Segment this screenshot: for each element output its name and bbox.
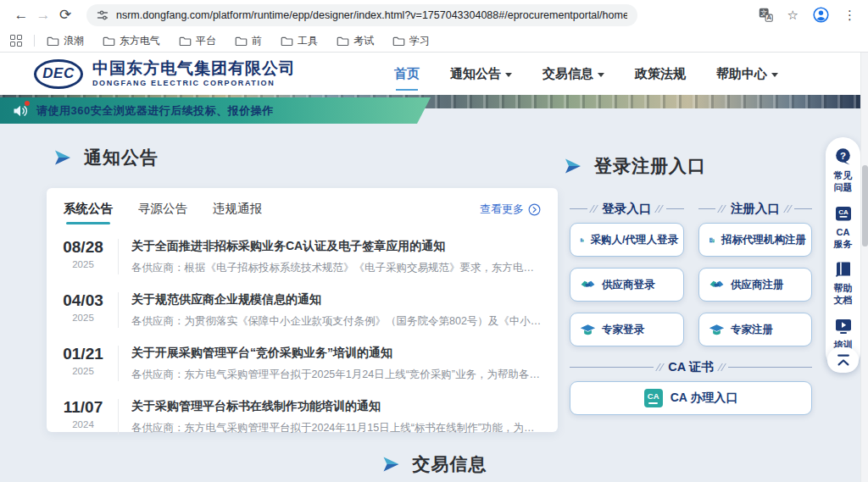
- nav-label: 首页: [394, 66, 420, 82]
- decorative-slashes: [720, 205, 724, 213]
- bidding-agency-register-button[interactable]: 招标代理机构注册: [698, 223, 812, 257]
- button-label: 招标代理机构注册: [721, 233, 806, 247]
- notice-title[interactable]: 关于规范供应商企业规模信息的通知: [131, 292, 542, 307]
- notice-item[interactable]: 04/03 2025 关于规范供应商企业规模信息的通知 各供应商：为贯彻落实《保…: [53, 283, 542, 336]
- bookmark-label: 浪潮: [64, 34, 84, 48]
- bookmark-folder[interactable]: 浪潮: [47, 34, 84, 48]
- folder-icon: [179, 36, 192, 47]
- profile-avatar-icon[interactable]: [813, 7, 829, 23]
- nav-item-policies[interactable]: 政策法规: [635, 61, 686, 87]
- expert-login-button[interactable]: 专家登录: [570, 313, 684, 346]
- notice-date-year: 2025: [53, 366, 113, 376]
- nav-item-help-center[interactable]: 帮助中心: [716, 61, 778, 87]
- tune-icon[interactable]: [97, 9, 108, 21]
- company-name-cn: 中国东方电气集团有限公司: [92, 60, 296, 78]
- view-more-link[interactable]: 查看更多: [480, 202, 541, 224]
- decorative-slashes: [720, 363, 724, 371]
- nav-label: 交易信息: [542, 66, 593, 82]
- page-scrollbar[interactable]: [860, 53, 868, 482]
- dec-logo[interactable]: DEC: [34, 59, 83, 89]
- scrollbar-thumb[interactable]: [862, 165, 868, 247]
- building-icon: [580, 232, 585, 248]
- handshake-icon: [709, 277, 725, 293]
- collapse-rail-button[interactable]: [827, 347, 859, 373]
- site-header: DEC 中国东方电气集团有限公司 DONGFANG ELECTRIC CORPO…: [0, 53, 868, 95]
- rail-item-faq[interactable]: ? 常见 问题: [833, 147, 854, 194]
- ca-group-label: CA 证书: [666, 359, 715, 375]
- folder-icon: [103, 36, 115, 47]
- notice-item[interactable]: 11/07 2024 关于采购管理平台标书在线制作功能培训的通知 各供应商：东方…: [53, 390, 542, 443]
- section-title: 通知公告: [84, 146, 159, 169]
- notice-body: 关于规范供应商企业规模信息的通知 各供应商：为贯彻落实《保障中小企业款项支付条例…: [131, 291, 542, 329]
- rail-label: CA: [837, 226, 850, 238]
- decorative-line: [570, 367, 654, 368]
- nav-item-home[interactable]: 首页: [394, 61, 420, 87]
- circle-arrow-right-icon: [528, 203, 541, 216]
- bookmark-folder[interactable]: 考试: [337, 34, 374, 48]
- tab-violation-reports[interactable]: 违规通报: [213, 201, 262, 224]
- announcement-banner: 请使用360安全浏览器进行后续投标、报价操作: [0, 97, 431, 124]
- bookmark-folder[interactable]: 平台: [179, 34, 216, 48]
- forward-icon[interactable]: →: [32, 7, 54, 24]
- svg-text:CA: CA: [838, 208, 849, 215]
- tab-sourcing-notices[interactable]: 寻源公告: [138, 201, 187, 224]
- decorative-line: [728, 367, 812, 368]
- nav-item-trade-info[interactable]: 交易信息: [542, 61, 604, 87]
- back-icon[interactable]: ←: [10, 7, 32, 24]
- url-text[interactable]: nsrm.dongfang.com/platform/runtime/epp/d…: [116, 9, 627, 21]
- supplier-login-button[interactable]: 供应商登录: [570, 268, 684, 302]
- bookmark-folder[interactable]: 前: [235, 34, 262, 48]
- svg-text:?: ?: [839, 151, 845, 161]
- folder-icon: [47, 36, 59, 47]
- ca-group-head-row: CA 证书: [570, 359, 812, 375]
- rail-item-ca-service[interactable]: CA CA 服务: [833, 203, 854, 251]
- company-name: 中国东方电气集团有限公司 DONGFANG ELECTRIC CORPORATI…: [92, 60, 296, 88]
- translate-icon[interactable]: 文 A: [759, 8, 773, 22]
- notice-title[interactable]: 关于开展采购管理平台“竞价采购业务”培训的通知: [131, 346, 542, 361]
- handshake-icon: [580, 277, 596, 293]
- purchaser-agent-login-button[interactable]: 采购人/代理人登录: [570, 223, 684, 257]
- url-bar[interactable]: nsrm.dongfang.com/platform/runtime/epp/d…: [86, 4, 637, 26]
- notice-item[interactable]: 01/21 2025 关于开展采购管理平台“竞价采购业务”培训的通知 各供应商：…: [53, 336, 542, 390]
- notice-date: 04/03 2025: [53, 291, 113, 323]
- ca-card-icon: CA: [833, 203, 854, 224]
- ca-apply-button[interactable]: CA CA 办理入口: [570, 381, 812, 415]
- decorative-slashes: [658, 363, 662, 371]
- nav-item-notices[interactable]: 通知公告: [450, 61, 512, 87]
- apps-grid-icon[interactable]: [10, 35, 22, 47]
- chevron-down-icon: [598, 73, 604, 77]
- bookmark-star-icon[interactable]: ☆: [787, 8, 798, 23]
- notice-title[interactable]: 关于采购管理平台标书在线制作功能培训的通知: [131, 399, 542, 414]
- notice-desc: 各供应商：东方电气采购管理平台拟于2025年1月24日上线“竞价采购”业务，为帮…: [131, 368, 542, 382]
- notice-body: 关于采购管理平台标书在线制作功能培训的通知 各供应商：东方电气采购管理平台拟于2…: [131, 398, 542, 435]
- notice-date-day: 04/03: [53, 291, 113, 310]
- quick-access-rail: ? 常见 问题 CA CA 服务 帮助 文档: [826, 137, 860, 370]
- notice-desc: 各供应商：根据《电子招标投标系统技术规范》《电子采购交易规范》要求，东方电气采购…: [131, 261, 542, 275]
- decorative-slashes: [786, 205, 790, 213]
- notice-title[interactable]: 关于全面推进非招标采购业务CA认证及电子签章应用的通知: [131, 239, 542, 254]
- notice-date-year: 2024: [53, 419, 113, 429]
- tab-system-notices[interactable]: 系统公告: [64, 201, 113, 224]
- refresh-icon[interactable]: ⟳: [54, 6, 76, 24]
- bookmark-folder[interactable]: 工具: [281, 34, 318, 48]
- notices-tabs-row: 系统公告 寻源公告 违规通报 查看更多: [47, 188, 558, 224]
- decorative-slashes: [592, 205, 596, 213]
- notices-tabs: 系统公告 寻源公告 违规通报: [64, 201, 262, 224]
- login-register-buttons: 采购人/代理人登录 招标代理机构注册 供应商登录 供应商注: [570, 223, 812, 346]
- decorative-slashes: [657, 205, 661, 213]
- notices-section-head: 通知公告: [53, 146, 159, 169]
- bookmark-folder[interactable]: 东方电气: [103, 34, 160, 48]
- notice-item[interactable]: 08/28 2025 关于全面推进非招标采购业务CA认证及电子签章应用的通知 各…: [53, 230, 542, 283]
- button-label: 采购人/代理人登录: [591, 233, 678, 247]
- rail-label: 服务: [834, 238, 853, 250]
- supplier-register-button[interactable]: 供应商注册: [698, 268, 812, 302]
- bookmark-label: 工具: [298, 34, 318, 48]
- divider: [118, 239, 119, 274]
- menu-dots-icon[interactable]: ⋮: [843, 8, 856, 23]
- expert-register-button[interactable]: 专家注册: [698, 313, 812, 346]
- rail-item-help-docs[interactable]: 帮助 文档: [833, 259, 854, 307]
- register-group-head: 注册入口: [698, 201, 813, 217]
- notice-list: 08/28 2025 关于全面推进非招标采购业务CA认证及电子签章应用的通知 各…: [47, 224, 558, 443]
- notification-dot: [25, 101, 30, 106]
- bookmark-folder[interactable]: 学习: [392, 34, 430, 48]
